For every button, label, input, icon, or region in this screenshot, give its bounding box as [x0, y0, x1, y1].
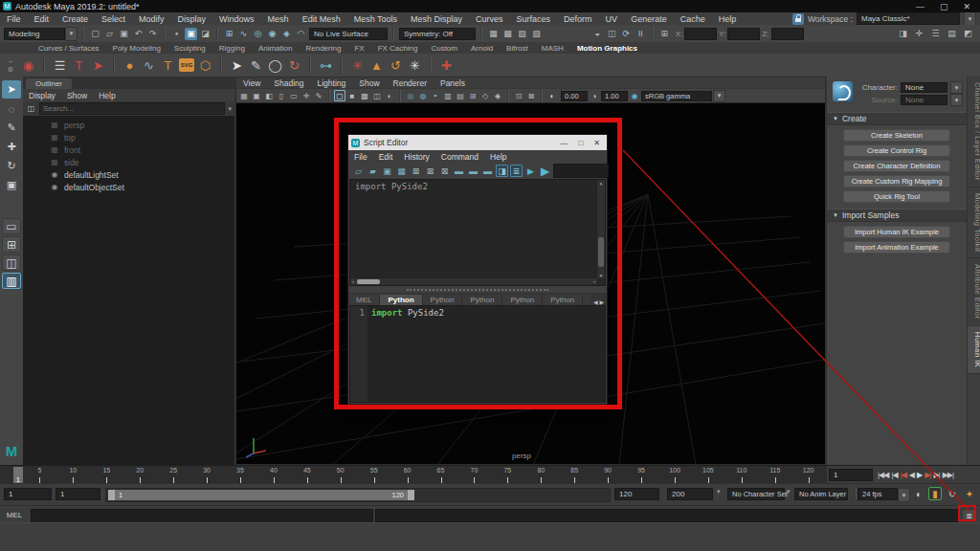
- safe-title-icon[interactable]: ◈: [492, 90, 503, 101]
- move-tool-icon[interactable]: ✚: [2, 138, 21, 156]
- scroll-left-arrow[interactable]: ◂: [351, 278, 354, 284]
- history-horizontal-scrollbar[interactable]: ◂ ▸: [350, 277, 597, 285]
- viewport-menu-item[interactable]: Show: [352, 78, 386, 88]
- mash-curve-icon[interactable]: ↻: [286, 56, 302, 74]
- vector-graphics-icon[interactable]: ➤: [90, 56, 106, 74]
- script-input-pane[interactable]: 1 import PySide2: [349, 305, 606, 403]
- shelf-tab[interactable]: MASH: [535, 44, 570, 53]
- pan-zoom-icon[interactable]: ✛: [301, 90, 312, 101]
- playback-start-field[interactable]: [56, 488, 100, 500]
- viewport-menu-item[interactable]: Panels: [434, 78, 472, 88]
- menu-item[interactable]: Curves: [469, 14, 510, 24]
- scale-tool-icon[interactable]: ▣: [2, 176, 21, 194]
- script-history-pane[interactable]: import PySide2 ▲ ▼ ◂ ▸: [349, 179, 606, 286]
- default-material-icon[interactable]: ◫: [371, 90, 383, 101]
- shelf-tab[interactable]: Curves / Surfaces: [32, 44, 106, 53]
- script-tab[interactable]: MEL: [348, 295, 380, 305]
- current-time-marker[interactable]: 1: [13, 467, 23, 483]
- snap-to-view-plane-icon[interactable]: ◈: [280, 28, 293, 40]
- menu-item[interactable]: Surfaces: [510, 14, 558, 24]
- shelf-tab[interactable]: Custom: [424, 44, 464, 53]
- xray-joints-icon[interactable]: ◓: [430, 90, 441, 101]
- script-tab[interactable]: Python: [423, 295, 463, 305]
- field-chart-icon[interactable]: ⊞: [467, 90, 479, 101]
- save-to-shelf-icon[interactable]: ▦: [395, 165, 408, 177]
- shelf-tab[interactable]: Motion Graphics: [570, 44, 644, 53]
- layout-single-pane-icon[interactable]: ▭: [2, 218, 21, 234]
- workspace-dropdown-arrow[interactable]: ▾: [964, 12, 976, 26]
- script-editor-menu-item[interactable]: Edit: [373, 152, 399, 162]
- show-input-pane-icon[interactable]: ≣: [510, 165, 523, 177]
- evaluation-mode-icon[interactable]: ⟳: [620, 28, 633, 40]
- update-evaluation-icon[interactable]: ↻: [946, 487, 959, 500]
- humanik-create-button[interactable]: Create Skeleton: [843, 129, 950, 142]
- gamma-icon[interactable]: ◑: [589, 90, 600, 101]
- outliner-tab[interactable]: Outliner: [26, 78, 72, 89]
- character-set-arrow[interactable]: ▾: [787, 488, 791, 496]
- command-language-toggle[interactable]: MEL: [0, 511, 29, 519]
- select-object-icon[interactable]: ▣: [185, 28, 197, 40]
- ipr-render-icon[interactable]: ▩: [501, 28, 514, 40]
- image-plane-icon[interactable]: ▭: [288, 90, 300, 101]
- mash-paint-icon[interactable]: ✎: [248, 56, 264, 74]
- echo-all-commands-icon[interactable]: ▬: [453, 165, 465, 177]
- auto-keyframe-icon[interactable]: ▮: [928, 487, 942, 500]
- playblast-comment-icon[interactable]: ◖: [911, 487, 924, 500]
- humanik-create-button[interactable]: Create Control Rig: [843, 144, 950, 157]
- mash-axis-icon[interactable]: ✚: [438, 56, 455, 74]
- menu-item[interactable]: Mesh Tools: [347, 14, 404, 24]
- step-back-frame-button[interactable]: |◀: [890, 471, 898, 479]
- script-tab[interactable]: Python: [543, 295, 583, 305]
- animation-start-field[interactable]: [4, 488, 52, 500]
- shaded-icon[interactable]: ■: [346, 90, 358, 101]
- show-humanik-icon[interactable]: ✛: [913, 28, 925, 40]
- outliner-menu-item[interactable]: Show: [61, 91, 93, 100]
- tab-channel-box[interactable]: Channel Box / Layer Editor: [968, 77, 980, 187]
- shelf-tab[interactable]: Animation: [252, 44, 300, 53]
- scrollbar-thumb[interactable]: [598, 237, 604, 267]
- source-selector[interactable]: None: [901, 95, 947, 105]
- snap-to-grid-icon[interactable]: ⊞: [223, 28, 235, 40]
- create-section-header[interactable]: ▼ Create: [827, 112, 967, 125]
- current-frame-field[interactable]: 1: [829, 469, 873, 481]
- mash-explode-icon[interactable]: ✳: [407, 56, 423, 74]
- mash-placer-icon[interactable]: ➤: [229, 56, 245, 74]
- new-scene-icon[interactable]: ▢: [89, 28, 101, 40]
- scroll-up-arrow[interactable]: ▲: [597, 180, 605, 186]
- execute-all-icon[interactable]: ▶: [539, 165, 551, 177]
- y-input[interactable]: [727, 28, 760, 40]
- viewport-menu-item[interactable]: Shading: [267, 78, 310, 88]
- range-end-handle[interactable]: [408, 490, 414, 500]
- shelf-tab[interactable]: Poly Modeling: [106, 44, 167, 53]
- range-start-handle[interactable]: [108, 490, 115, 500]
- exposure-field[interactable]: 0.00: [561, 91, 588, 101]
- play-forward-button[interactable]: ▶: [916, 471, 923, 479]
- poly-remesh-icon[interactable]: ⬡: [197, 56, 213, 74]
- open-script-icon[interactable]: ▱: [352, 165, 365, 177]
- rotate-tool-icon[interactable]: ↻: [2, 157, 21, 175]
- outliner-item-defaultobjectset[interactable]: ◉ defaultObjectSet: [23, 181, 234, 193]
- suppress-output-icon[interactable]: ▬: [467, 165, 479, 177]
- outliner-item-persp[interactable]: ▦ persp: [23, 119, 234, 131]
- scrollbar-thumb[interactable]: [357, 279, 380, 284]
- script-editor-minimize-button[interactable]: —: [560, 139, 568, 147]
- show-modeling-toolkit-icon[interactable]: ◨: [897, 28, 909, 40]
- go-to-start-button[interactable]: |◀◀: [877, 471, 889, 479]
- range-slider-track[interactable]: 1 120: [105, 488, 611, 502]
- bookmarks-icon[interactable]: ▯: [276, 90, 287, 101]
- script-editor-window[interactable]: M Script Editor — □ ✕ FileEditHistoryCom…: [347, 134, 608, 405]
- menu-item[interactable]: Create: [56, 14, 95, 24]
- menu-item[interactable]: Windows: [212, 14, 261, 24]
- input-field-selector-icon[interactable]: ⊞: [658, 28, 671, 40]
- mash-trails-icon[interactable]: ↺: [388, 56, 404, 74]
- shelf-tab[interactable]: Rendering: [299, 44, 347, 53]
- paint-effects-icon[interactable]: ◒: [591, 28, 604, 40]
- clear-all-icon[interactable]: ⊠: [438, 165, 451, 177]
- colorspace-selector[interactable]: sRGB gamma: [641, 91, 712, 101]
- select-component-icon[interactable]: ◪: [199, 28, 212, 40]
- range-options-arrow[interactable]: ▾: [717, 488, 721, 496]
- history-vertical-scrollbar[interactable]: ▲ ▼: [596, 180, 605, 278]
- pause-icon[interactable]: II: [635, 28, 647, 40]
- xray-icon[interactable]: ◍: [417, 90, 429, 101]
- animation-end-field[interactable]: [667, 488, 713, 500]
